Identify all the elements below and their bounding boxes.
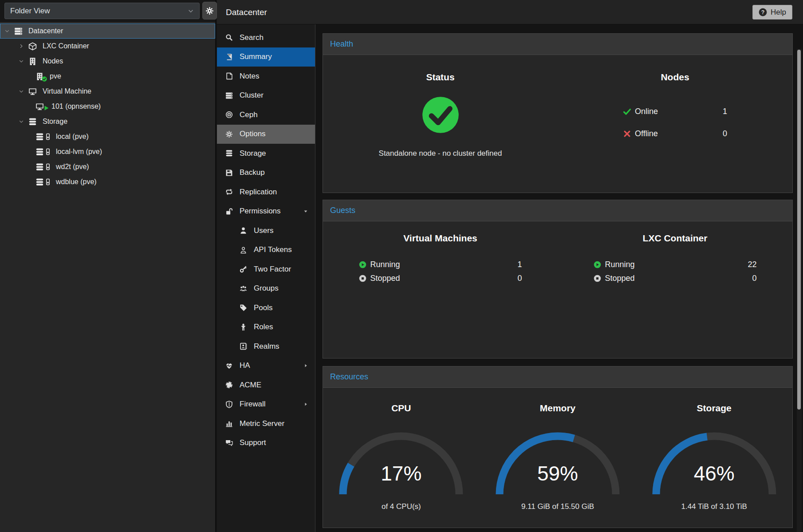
menu-item-two-factor[interactable]: Two Factor [217, 260, 315, 279]
nodes-row-label: Online [635, 107, 658, 116]
tree-item-storage-local[interactable]: local (pve) [0, 129, 215, 144]
tree-item-lxc-container[interactable]: LXC Container [0, 39, 215, 54]
memory-column: Memory 59% 9.11 GiB of 15.50 GiB [480, 388, 636, 528]
tree-item-storage-wdblue[interactable]: wdblue (pve) [0, 174, 215, 189]
floppy-icon [224, 169, 234, 177]
scrollbar-thumb[interactable] [797, 50, 801, 410]
content-header: Datacenter Help [217, 0, 803, 24]
tree-item-label: pve [50, 72, 61, 80]
cube-icon [28, 42, 39, 51]
guests-panel: Guests Virtual Machines Running 1 Stoppe… [323, 200, 793, 359]
gear-icon [224, 130, 234, 138]
menu-item-support[interactable]: Support [217, 433, 315, 453]
menu-item-api-tokens[interactable]: API Tokens [217, 240, 315, 260]
vm-table: Running 1 Stopped 0 [359, 258, 522, 285]
menu-item-replication[interactable]: Replication [217, 182, 315, 202]
lxc-header: LXC Container [643, 233, 708, 244]
menu-item-backup[interactable]: Backup [217, 163, 315, 183]
menu-item-label: Backup [240, 168, 265, 177]
cpu-caption: of 4 CPU(s) [382, 502, 421, 511]
storage-caption: 1.44 TiB of 3.10 TiB [681, 502, 747, 511]
menu-item-ha[interactable]: HA [217, 356, 315, 376]
tree-item-storage-wd2t[interactable]: wd2t (pve) [0, 159, 215, 174]
menu-item-storage[interactable]: Storage [217, 144, 315, 163]
menu-item-permissions[interactable]: Permissions [217, 202, 315, 221]
play-badge-icon [43, 105, 49, 111]
menu-item-notes[interactable]: Notes [217, 67, 315, 86]
chevron-down-icon[interactable] [19, 119, 28, 124]
storage-percent: 46% [648, 461, 781, 485]
chevron-down-icon[interactable] [19, 89, 28, 94]
server-stack-icon [14, 27, 25, 35]
ceph-icon [224, 111, 234, 118]
vertical-scrollbar[interactable] [797, 49, 802, 532]
note-icon [224, 72, 234, 80]
chevron-right-icon[interactable] [19, 43, 28, 49]
monitor-icon [28, 87, 39, 96]
menu-item-metric-server[interactable]: Metric Server [217, 414, 315, 433]
page-title: Datacenter [226, 0, 267, 24]
menu-item-roles[interactable]: Roles [217, 318, 315, 337]
tree-item-storage-local-lvm[interactable]: local-lvm (pve) [0, 144, 215, 159]
menu-item-summary[interactable]: Summary [217, 47, 315, 67]
chevron-down-icon[interactable] [19, 59, 28, 64]
help-button[interactable]: Help [752, 5, 792, 20]
menu-item-label: Two Factor [254, 265, 291, 274]
menu-item-users[interactable]: Users [217, 221, 315, 240]
menu-item-label: HA [240, 361, 250, 370]
menu-item-cluster[interactable]: Cluster [217, 86, 315, 106]
menu-item-groups[interactable]: Groups [217, 279, 315, 299]
tree-item-label: local (pve) [56, 133, 89, 141]
guest-row-value: 22 [748, 260, 756, 269]
tree-item-pve[interactable]: pve [0, 69, 215, 84]
check-badge-icon [42, 76, 47, 82]
users-group-icon [238, 285, 248, 292]
tree-item-label: local-lvm (pve) [56, 148, 102, 156]
menu-item-label: Groups [254, 284, 279, 293]
tree-item-label: Datacenter [28, 27, 63, 35]
tree-item-virtual-machine[interactable]: Virtual Machine [0, 84, 215, 99]
tree-item-nodes[interactable]: Nodes [0, 54, 215, 69]
storage-drive-icon [35, 133, 53, 141]
bar-chart-icon [224, 420, 234, 427]
menu-item-search[interactable]: Search [217, 28, 315, 47]
storage-gauge: 46% [648, 430, 781, 497]
tree-item-label: Nodes [43, 57, 63, 65]
cpu-percent: 17% [335, 461, 468, 485]
menu-item-firewall[interactable]: Firewall [217, 395, 315, 414]
view-selector[interactable]: Folder View [4, 3, 200, 19]
menu-item-ceph[interactable]: Ceph [217, 105, 315, 125]
storage-header: Storage [697, 403, 732, 414]
menu-item-label: Users [254, 226, 273, 235]
menu-item-label: Firewall [240, 400, 266, 409]
menu-item-pools[interactable]: Pools [217, 298, 315, 318]
menu-item-options[interactable]: Options [217, 125, 315, 144]
menu-item-realms[interactable]: Realms [217, 337, 315, 356]
stop-circle-icon [359, 275, 366, 282]
menu-item-label: Support [240, 438, 266, 447]
resource-tree-panel: Folder View Datacenter LXC Container Nod… [0, 0, 216, 532]
vm-running-icon [35, 102, 46, 111]
tree-item-label: LXC Container [43, 42, 89, 50]
tree-settings-button[interactable] [202, 2, 217, 20]
play-circle-icon [359, 261, 366, 268]
comments-icon [224, 439, 234, 447]
tree-item-vm-101[interactable]: 101 (opnsense) [0, 99, 215, 114]
help-button-label: Help [771, 8, 786, 17]
status-message: Standalone node - no cluster defined [379, 149, 502, 158]
resources-panel-title: Resources [323, 366, 792, 388]
menu-item-label: API Tokens [254, 245, 292, 254]
guest-row-label: Running [605, 260, 635, 269]
menu-item-acme[interactable]: ACME [217, 375, 315, 395]
vm-stopped-row: Stopped 0 [359, 272, 522, 285]
tree-item-storage[interactable]: Storage [0, 114, 215, 129]
play-circle-icon [594, 261, 601, 268]
chevron-down-icon[interactable] [4, 28, 13, 34]
tree-item-label: wd2t (pve) [56, 163, 89, 171]
nodes-header: Nodes [661, 72, 689, 83]
tree-item-datacenter[interactable]: Datacenter [0, 24, 215, 39]
menu-item-label: Search [240, 33, 264, 42]
menu-item-label: Metric Server [240, 419, 284, 428]
tree-item-label: 101 (opnsense) [51, 102, 101, 110]
lxc-column: LXC Container Running 22 Stopped 0 [558, 221, 792, 359]
